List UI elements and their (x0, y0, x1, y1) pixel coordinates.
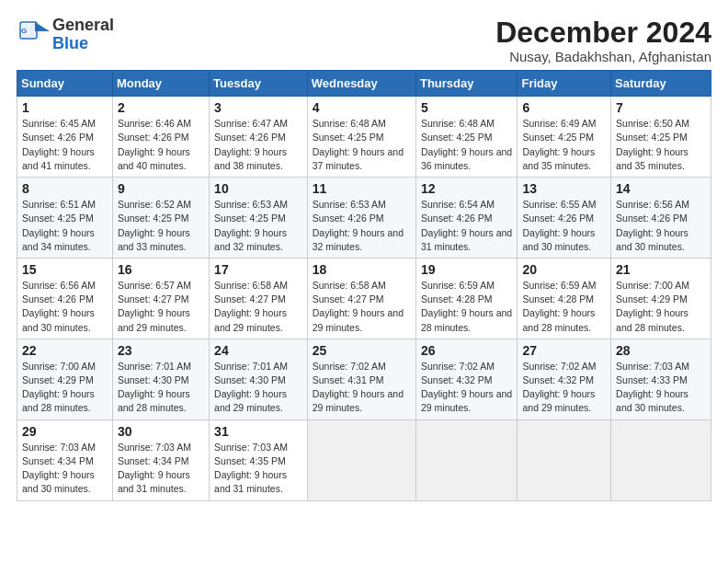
calendar-cell: 28Sunrise: 7:03 AMSunset: 4:33 PMDayligh… (611, 339, 711, 419)
calendar-cell: 11Sunrise: 6:53 AMSunset: 4:26 PMDayligh… (307, 178, 415, 259)
sunrise-text: Sunrise: 7:03 AM (118, 442, 191, 453)
sunset-text: Sunset: 4:26 PM (421, 213, 493, 224)
day-info: Sunrise: 7:01 AMSunset: 4:30 PMDaylight:… (118, 360, 204, 416)
calendar-cell: 24Sunrise: 7:01 AMSunset: 4:30 PMDayligh… (210, 339, 308, 419)
calendar-cell: 15Sunrise: 6:56 AMSunset: 4:26 PMDayligh… (17, 258, 113, 339)
sunset-text: Sunset: 4:35 PM (214, 455, 286, 466)
sunrise-text: Sunrise: 6:51 AM (22, 199, 96, 210)
daylight-text: Daylight: 9 hours and 29 minutes. (313, 388, 404, 413)
day-number: 21 (616, 262, 706, 277)
sunset-text: Sunset: 4:25 PM (22, 213, 94, 224)
calendar-cell: 29Sunrise: 7:03 AMSunset: 4:34 PMDayligh… (17, 419, 113, 500)
sunset-text: Sunset: 4:25 PM (616, 132, 688, 143)
day-header-thursday: Thursday (415, 71, 518, 97)
daylight-text: Daylight: 9 hours and 29 minutes. (421, 388, 512, 413)
daylight-text: Daylight: 9 hours and 29 minutes. (522, 388, 595, 413)
sunrise-text: Sunrise: 6:49 AM (522, 118, 596, 129)
day-number: 3 (214, 100, 302, 115)
daylight-text: Daylight: 9 hours and 28 minutes. (118, 388, 190, 413)
calendar-cell: 12Sunrise: 6:54 AMSunset: 4:26 PMDayligh… (415, 178, 518, 259)
calendar-cell (518, 419, 611, 500)
day-header-sunday: Sunday (17, 71, 113, 97)
day-info: Sunrise: 7:01 AMSunset: 4:30 PMDaylight:… (214, 360, 302, 416)
sunrise-text: Sunrise: 6:52 AM (118, 199, 191, 210)
day-info: Sunrise: 7:03 AMSunset: 4:34 PMDaylight:… (22, 441, 108, 497)
day-number: 29 (22, 424, 108, 439)
sunrise-text: Sunrise: 6:48 AM (421, 118, 495, 129)
day-info: Sunrise: 7:03 AMSunset: 4:35 PMDaylight:… (214, 441, 302, 497)
day-info: Sunrise: 6:56 AMSunset: 4:26 PMDaylight:… (616, 198, 706, 254)
sunset-text: Sunset: 4:34 PM (22, 455, 94, 466)
daylight-text: Daylight: 9 hours and 34 minutes. (22, 227, 95, 252)
day-info: Sunrise: 7:03 AMSunset: 4:34 PMDaylight:… (118, 441, 204, 497)
calendar-week-4: 22Sunrise: 7:00 AMSunset: 4:29 PMDayligh… (17, 339, 711, 419)
day-info: Sunrise: 7:00 AMSunset: 4:29 PMDaylight:… (22, 360, 108, 416)
day-info: Sunrise: 6:45 AMSunset: 4:26 PMDaylight:… (22, 117, 108, 173)
sunset-text: Sunset: 4:27 PM (313, 293, 384, 304)
day-info: Sunrise: 6:50 AMSunset: 4:25 PMDaylight:… (616, 117, 706, 173)
sunset-text: Sunset: 4:26 PM (22, 293, 94, 304)
sunrise-text: Sunrise: 7:02 AM (421, 361, 495, 372)
sunrise-text: Sunrise: 6:45 AM (22, 118, 96, 129)
day-number: 14 (616, 181, 706, 196)
daylight-text: Daylight: 9 hours and 32 minutes. (313, 227, 404, 252)
daylight-text: Daylight: 9 hours and 29 minutes. (214, 307, 287, 332)
daylight-text: Daylight: 9 hours and 28 minutes. (22, 388, 95, 413)
logo-text: General Blue (52, 17, 114, 53)
calendar-cell: 16Sunrise: 6:57 AMSunset: 4:27 PMDayligh… (112, 258, 209, 339)
daylight-text: Daylight: 9 hours and 32 minutes. (214, 227, 287, 252)
sunrise-text: Sunrise: 6:54 AM (421, 199, 495, 210)
sunset-text: Sunset: 4:29 PM (616, 293, 688, 304)
calendar-week-1: 1Sunrise: 6:45 AMSunset: 4:26 PMDaylight… (17, 97, 711, 178)
day-number: 4 (313, 100, 411, 115)
day-number: 8 (22, 181, 108, 196)
day-number: 25 (313, 343, 411, 358)
day-number: 11 (313, 181, 411, 196)
sunrise-text: Sunrise: 6:58 AM (313, 280, 386, 291)
sunset-text: Sunset: 4:32 PM (421, 374, 493, 385)
day-number: 18 (313, 262, 411, 277)
day-number: 31 (214, 424, 302, 439)
sunset-text: Sunset: 4:30 PM (118, 374, 189, 385)
sunrise-text: Sunrise: 6:55 AM (522, 199, 596, 210)
daylight-text: Daylight: 9 hours and 31 minutes. (118, 469, 190, 494)
day-number: 12 (421, 181, 513, 196)
sunrise-text: Sunrise: 6:47 AM (214, 118, 288, 129)
daylight-text: Daylight: 9 hours and 30 minutes. (522, 227, 595, 252)
day-info: Sunrise: 7:03 AMSunset: 4:33 PMDaylight:… (616, 360, 706, 416)
daylight-text: Daylight: 9 hours and 35 minutes. (522, 146, 595, 171)
day-info: Sunrise: 7:02 AMSunset: 4:32 PMDaylight:… (421, 360, 513, 416)
day-number: 15 (22, 262, 108, 277)
calendar-cell: 18Sunrise: 6:58 AMSunset: 4:27 PMDayligh… (307, 258, 415, 339)
calendar-cell: 9Sunrise: 6:52 AMSunset: 4:25 PMDaylight… (112, 178, 209, 259)
day-number: 23 (118, 343, 204, 358)
page: G General Blue December 2024 Nusay, Bada… (0, 0, 728, 563)
sunset-text: Sunset: 4:33 PM (616, 374, 688, 385)
calendar-week-5: 29Sunrise: 7:03 AMSunset: 4:34 PMDayligh… (17, 419, 711, 500)
day-number: 30 (118, 424, 204, 439)
calendar-cell: 14Sunrise: 6:56 AMSunset: 4:26 PMDayligh… (611, 178, 711, 259)
daylight-text: Daylight: 9 hours and 30 minutes. (616, 388, 688, 413)
day-number: 17 (214, 262, 302, 277)
calendar-cell: 23Sunrise: 7:01 AMSunset: 4:30 PMDayligh… (112, 339, 209, 419)
day-info: Sunrise: 6:55 AMSunset: 4:26 PMDaylight:… (522, 198, 606, 254)
day-info: Sunrise: 6:52 AMSunset: 4:25 PMDaylight:… (118, 198, 204, 254)
calendar-cell (307, 419, 415, 500)
sunrise-text: Sunrise: 7:00 AM (22, 361, 96, 372)
sunrise-text: Sunrise: 6:56 AM (616, 199, 689, 210)
day-info: Sunrise: 6:59 AMSunset: 4:28 PMDaylight:… (421, 279, 513, 335)
day-header-wednesday: Wednesday (307, 71, 415, 97)
day-header-tuesday: Tuesday (210, 71, 308, 97)
logo: G General Blue (17, 17, 114, 53)
sunrise-text: Sunrise: 6:59 AM (421, 280, 495, 291)
calendar-cell: 22Sunrise: 7:00 AMSunset: 4:29 PMDayligh… (17, 339, 113, 419)
sunset-text: Sunset: 4:29 PM (22, 374, 94, 385)
sunset-text: Sunset: 4:26 PM (522, 213, 594, 224)
sunset-text: Sunset: 4:31 PM (313, 374, 384, 385)
daylight-text: Daylight: 9 hours and 38 minutes. (214, 146, 287, 171)
daylight-text: Daylight: 9 hours and 31 minutes. (421, 227, 512, 252)
sunrise-text: Sunrise: 6:58 AM (214, 280, 288, 291)
daylight-text: Daylight: 9 hours and 30 minutes. (616, 227, 688, 252)
daylight-text: Daylight: 9 hours and 30 minutes. (22, 307, 95, 332)
day-number: 6 (522, 100, 606, 115)
